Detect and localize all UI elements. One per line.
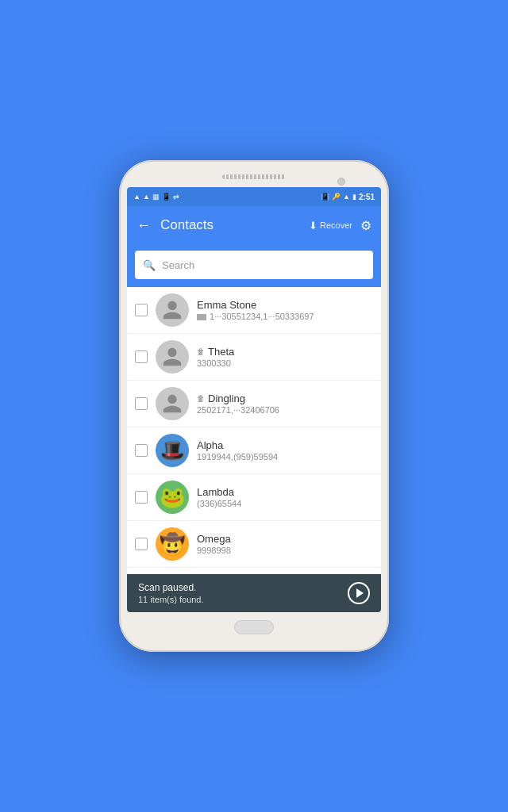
app-bar: ← Contacts ⬇ Recover ⚙ xyxy=(127,206,381,244)
avatar: 🐸 xyxy=(156,481,189,514)
search-input[interactable]: Search xyxy=(162,259,365,271)
phone-icon: 📱 xyxy=(162,193,171,201)
contact-name: 🗑 Dingling xyxy=(197,393,373,404)
signal-icon: ▦ xyxy=(152,193,160,201)
contact-name: Lambda xyxy=(197,486,373,498)
list-item[interactable]: 🎭 🗑 Beta 2123252,2022020,2333333 xyxy=(127,568,381,574)
contact-checkbox[interactable] xyxy=(135,350,148,363)
deleted-trash-icon: 🗑 xyxy=(197,347,205,356)
search-icon: 🔍 xyxy=(143,259,156,271)
list-item[interactable]: 🐸 Lambda (336)65544 xyxy=(127,474,381,521)
recover-label: Recover xyxy=(320,220,352,230)
contact-checkbox[interactable] xyxy=(135,397,148,410)
time-display: 2:51 xyxy=(359,193,375,201)
play-icon xyxy=(356,588,364,598)
scan-status-title: Scan paused. xyxy=(138,582,204,593)
default-avatar xyxy=(156,340,189,373)
contact-info: 🗑 Dingling 2502171,···32406706 xyxy=(197,393,373,415)
warning-icon-1: ▲ xyxy=(133,193,140,201)
contact-numbers: 1···30551234,1···50333697 xyxy=(197,312,373,321)
avatar-image: 🤠 xyxy=(160,534,185,554)
recover-icon: ⬇ xyxy=(309,220,318,232)
search-bar[interactable]: 🔍 Search xyxy=(135,251,373,279)
status-bar: ▲ ▲ ▦ 📱 ⇄ 📳 🔑 ▲ ▮ 2:51 xyxy=(127,187,381,206)
contact-list: Emma Stone 1···30551234,1···50333697 xyxy=(127,287,381,574)
default-avatar xyxy=(156,293,189,327)
default-avatar xyxy=(156,387,189,420)
contact-name: Emma Stone xyxy=(197,299,373,311)
contact-checkbox[interactable] xyxy=(135,444,148,457)
contact-info: Emma Stone 1···30551234,1···50333697 xyxy=(197,299,373,321)
contact-name: 🗑 Theta xyxy=(197,346,373,358)
avatar-image: 🎩 xyxy=(160,440,185,461)
arrow-icon: ⇄ xyxy=(173,193,179,201)
contact-numbers: 9998998 xyxy=(197,546,373,555)
avatar xyxy=(156,387,189,420)
list-item[interactable]: 🗑 Dingling 2502171,···32406706 xyxy=(127,381,381,427)
back-button[interactable]: ← xyxy=(137,217,151,234)
contact-info: 🗑 Theta 3300330 xyxy=(197,346,373,368)
search-container: 🔍 Search xyxy=(127,244,381,287)
scan-status-text: Scan paused. 11 item(s) found. xyxy=(138,582,204,604)
screen: ▲ ▲ ▦ 📱 ⇄ 📳 🔑 ▲ ▮ 2:51 ← Contacts ⬇ Reco… xyxy=(127,187,381,612)
list-item[interactable]: 🎩 Alpha 1919944,(959)59594 xyxy=(127,427,381,474)
contact-name: Omega xyxy=(197,533,373,545)
avatar xyxy=(156,293,189,327)
front-camera xyxy=(337,178,345,186)
avatar: 🤠 xyxy=(156,527,189,561)
status-icons-right: 📳 🔑 ▲ ▮ 2:51 xyxy=(321,193,375,201)
key-icon: 🔑 xyxy=(332,193,341,201)
contact-numbers: 2502171,···32406706 xyxy=(197,405,373,415)
phone-frame: ▲ ▲ ▦ 📱 ⇄ 📳 🔑 ▲ ▮ 2:51 ← Contacts ⬇ Reco… xyxy=(119,160,389,652)
list-item[interactable]: 🤠 Omega 9998998 xyxy=(127,521,381,568)
vibrate-icon: 📳 xyxy=(321,193,329,201)
contact-numbers: 1919944,(959)59594 xyxy=(197,452,373,462)
contact-checkbox[interactable] xyxy=(135,538,148,550)
settings-button[interactable]: ⚙ xyxy=(360,218,371,233)
list-item[interactable]: Emma Stone 1···30551234,1···50333697 xyxy=(127,287,381,334)
avatar: 🎩 xyxy=(156,434,189,467)
warning-icon-2: ▲ xyxy=(143,193,150,201)
contact-info: Lambda (336)65544 xyxy=(197,486,373,508)
contact-name: Alpha xyxy=(197,439,373,451)
recover-button[interactable]: ⬇ Recover xyxy=(309,220,352,232)
deleted-trash-icon: 🗑 xyxy=(197,394,205,403)
contact-checkbox[interactable] xyxy=(135,304,148,316)
phone-type-icon xyxy=(197,314,206,320)
list-item[interactable]: 🗑 Theta 3300330 xyxy=(127,334,381,381)
avatar-image: 🐸 xyxy=(160,487,185,508)
app-title: Contacts xyxy=(160,217,309,233)
contact-checkbox[interactable] xyxy=(135,491,148,504)
wifi-icon: ▲ xyxy=(343,193,350,201)
scan-play-button[interactable] xyxy=(348,582,370,604)
scan-status-bar: Scan paused. 11 item(s) found. xyxy=(127,574,381,612)
status-icons-left: ▲ ▲ ▦ 📱 ⇄ xyxy=(133,193,179,201)
contact-numbers: 3300330 xyxy=(197,358,373,368)
speaker-grille xyxy=(222,174,286,179)
contact-numbers: (336)65544 xyxy=(197,499,373,508)
contact-info: Alpha 1919944,(959)59594 xyxy=(197,439,373,462)
avatar xyxy=(156,340,189,373)
home-button[interactable] xyxy=(234,620,274,634)
scan-status-count: 11 item(s) found. xyxy=(138,595,204,604)
battery-icon: ▮ xyxy=(352,193,356,201)
contact-info: Omega 9998998 xyxy=(197,533,373,555)
